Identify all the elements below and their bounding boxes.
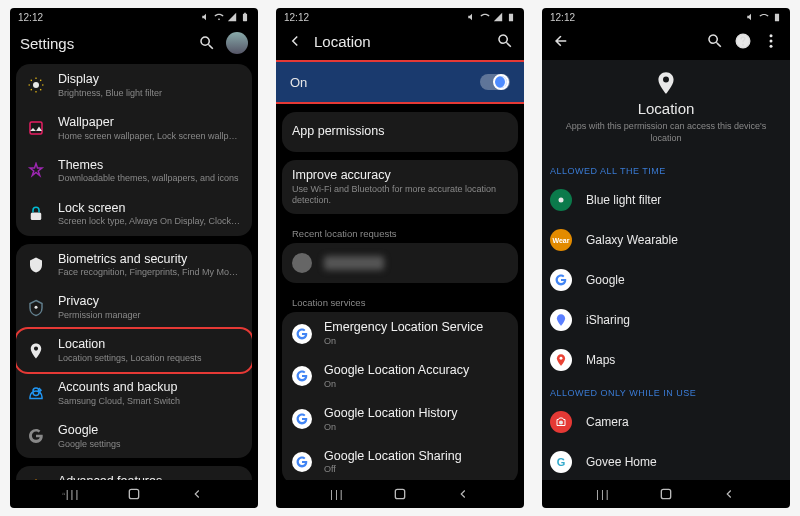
row-title: Wallpaper	[58, 115, 242, 131]
settings-row-display[interactable]: DisplayBrightness, Blue light filter	[16, 64, 252, 107]
help-icon[interactable]	[734, 32, 752, 50]
app-permissions-row[interactable]: App permissions	[282, 112, 518, 152]
profile-avatar[interactable]	[226, 32, 248, 54]
recent-request-item[interactable]	[282, 243, 518, 283]
search-icon[interactable]	[198, 34, 216, 52]
more-icon[interactable]	[762, 32, 780, 50]
back-icon[interactable]	[552, 32, 570, 50]
settings-row-lock[interactable]: Lock screenScreen lock type, Always On D…	[16, 193, 252, 236]
status-time: 12:12	[284, 12, 309, 23]
service-row[interactable]: Google Location AccuracyOn	[282, 355, 518, 398]
back-button[interactable]	[454, 487, 472, 501]
app-row-isharing[interactable]: iSharing	[542, 300, 790, 340]
search-icon[interactable]	[496, 32, 514, 50]
permission-title: Location	[556, 100, 776, 117]
home-button[interactable]	[657, 487, 675, 501]
home-button[interactable]	[125, 487, 143, 501]
settings-row-google[interactable]: GoogleGoogle settings	[16, 415, 252, 458]
battery-icon	[506, 12, 516, 22]
settings-header: Settings	[10, 26, 258, 64]
themes-icon	[26, 161, 46, 181]
back-button[interactable]	[188, 487, 206, 501]
mute-icon	[467, 12, 477, 22]
lock-icon	[26, 204, 46, 224]
permission-content[interactable]: Location Apps with this permission can a…	[542, 60, 790, 480]
service-row[interactable]: Google Location SharingOff	[282, 441, 518, 480]
settings-row-privacy[interactable]: PrivacyPermission manager	[16, 286, 252, 329]
back-button[interactable]	[720, 487, 738, 501]
google-icon	[292, 366, 312, 386]
row-sub: Samsung Cloud, Smart Switch	[58, 396, 242, 407]
app-row-google[interactable]: Google	[542, 260, 790, 300]
app-name: Maps	[586, 353, 615, 367]
recent-apps-button[interactable]: |||	[62, 487, 80, 501]
service-sub: On	[324, 422, 508, 433]
home-button[interactable]	[391, 487, 409, 501]
svg-point-14	[560, 357, 563, 360]
permission-desc: Apps with this permission can access thi…	[556, 121, 776, 144]
service-row[interactable]: Google Location HistoryOn	[282, 398, 518, 441]
signal-icon	[493, 12, 503, 22]
app-row-maps[interactable]: Maps	[542, 340, 790, 380]
svg-point-9	[743, 44, 744, 45]
page-title: Settings	[20, 35, 188, 52]
section-allowed-while: ALLOWED ONLY WHILE IN USE	[542, 380, 790, 402]
location-permission-screen: 12:12 Location Apps with this permission…	[542, 8, 790, 508]
row-title: Display	[58, 72, 242, 88]
row-sub: Brightness, Blue light filter	[58, 88, 242, 99]
app-name: Google	[586, 273, 625, 287]
toggle-label: On	[290, 75, 307, 90]
bluelight-icon	[550, 189, 572, 211]
svg-rect-1	[30, 122, 42, 134]
app-row-govee[interactable]: GGovee Home	[542, 442, 790, 480]
app-row-camera[interactable]: Camera	[542, 402, 790, 442]
page-title: Location	[314, 33, 486, 50]
display-icon	[26, 75, 46, 95]
service-row[interactable]: Emergency Location ServiceOn	[282, 312, 518, 355]
app-permissions-label: App permissions	[292, 124, 508, 140]
maps-icon	[550, 349, 572, 371]
row-sub: Permission manager	[58, 310, 242, 321]
svg-point-15	[559, 421, 563, 425]
settings-row-biometrics[interactable]: Biometrics and securityFace recognition,…	[16, 244, 252, 287]
settings-list[interactable]: DisplayBrightness, Blue light filterWall…	[10, 64, 258, 480]
svg-point-3	[35, 306, 38, 309]
nav-bar: |||	[10, 480, 258, 508]
location-icon	[26, 341, 46, 361]
app-row-bluelight[interactable]: Blue light filter	[542, 180, 790, 220]
status-icons	[746, 12, 782, 22]
settings-row-location[interactable]: LocationLocation settings, Location requ…	[16, 327, 252, 374]
status-icons	[467, 12, 516, 22]
mute-icon	[201, 12, 211, 22]
recent-apps-button[interactable]: |||	[594, 487, 612, 501]
privacy-icon	[26, 298, 46, 318]
service-sub: On	[324, 379, 508, 390]
settings-row-themes[interactable]: ThemesDownloadable themes, wallpapers, a…	[16, 150, 252, 193]
improve-accuracy-row[interactable]: Improve accuracyUse Wi-Fi and Bluetooth …	[282, 160, 518, 214]
improve-title: Improve accuracy	[292, 168, 508, 184]
location-toggle[interactable]	[480, 74, 510, 90]
location-toggle-row[interactable]: On	[276, 60, 524, 104]
app-row-wearable[interactable]: WearGalaxy Wearable	[542, 220, 790, 260]
search-icon[interactable]	[706, 32, 724, 50]
settings-row-advanced[interactable]: Advanced featuresS Pen, Bixby Routines, …	[16, 466, 252, 480]
location-services-label: Location services	[282, 291, 518, 312]
row-title: Biometrics and security	[58, 252, 242, 268]
settings-row-accounts[interactable]: Accounts and backupSamsung Cloud, Smart …	[16, 372, 252, 415]
location-content[interactable]: On App permissions Improve accuracyUse W…	[276, 60, 524, 480]
service-sub: On	[324, 336, 508, 347]
row-title: Lock screen	[58, 201, 242, 217]
service-title: Google Location History	[324, 406, 508, 422]
svg-point-10	[770, 34, 773, 37]
row-title: Privacy	[58, 294, 242, 310]
status-bar: 12:12	[542, 8, 790, 26]
wallpaper-icon	[26, 118, 46, 138]
google-icon	[550, 269, 572, 291]
blurred-app-name	[324, 256, 384, 270]
back-icon[interactable]	[286, 32, 304, 50]
wifi-icon	[214, 12, 224, 22]
row-title: Google	[58, 423, 242, 439]
settings-row-wallpaper[interactable]: WallpaperHome screen wallpaper, Lock scr…	[16, 107, 252, 150]
service-title: Emergency Location Service	[324, 320, 508, 336]
recent-apps-button[interactable]: |||	[328, 487, 346, 501]
